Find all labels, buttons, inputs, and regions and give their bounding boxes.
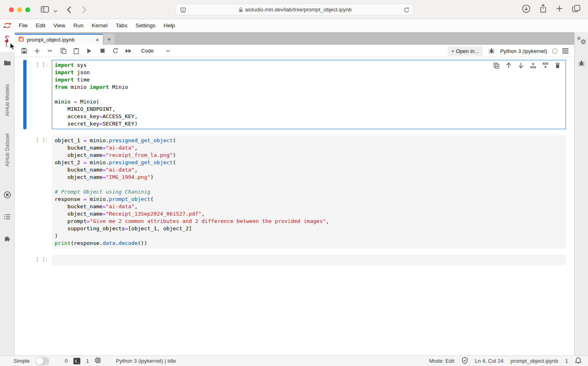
- close-window-button[interactable]: [9, 7, 14, 12]
- trust-shield-icon[interactable]: [462, 357, 468, 365]
- aistudio-logo: [0, 19, 15, 32]
- share-icon[interactable]: [539, 4, 547, 13]
- cursor-position-text[interactable]: Ln 4, Col 24: [475, 358, 504, 364]
- cell-collapser[interactable]: [23, 255, 27, 265]
- menu-edit[interactable]: Edit: [32, 19, 49, 32]
- interrupt-kernel-button[interactable]: [99, 47, 106, 55]
- menu-file[interactable]: File: [15, 19, 32, 32]
- sidebar-item-aihub-dataset[interactable]: AIHub Dataset: [0, 124, 15, 175]
- menu-run[interactable]: Run: [69, 19, 88, 32]
- debugger-panel-bug-icon[interactable]: [578, 60, 585, 68]
- new-tab-icon[interactable]: [556, 5, 563, 13]
- left-sidebar: AIHub Models AIHub Dataset: [0, 32, 15, 355]
- duplicate-cell-icon[interactable]: [493, 62, 500, 68]
- minimize-window-button[interactable]: [17, 7, 22, 12]
- traffic-lights: [9, 7, 30, 12]
- code-cell-2[interactable]: [ ]: object_1 = minio.presigned_get_obje…: [23, 135, 566, 249]
- address-bar[interactable]: aistudio.min.dev/lab/tree/prompt_object.…: [175, 4, 414, 15]
- move-cell-up-icon[interactable]: [506, 62, 512, 68]
- cell-type-dropdown[interactable]: Code: [141, 48, 170, 54]
- code-cell-1[interactable]: [ ]: import sysimport jsonimport timefro…: [23, 60, 566, 129]
- sidebar-item-aihub-models[interactable]: AIHub Models: [0, 75, 15, 124]
- execution-prompt: [ ]:: [27, 60, 52, 129]
- terminal-icon: $_: [73, 358, 80, 364]
- simple-mode-toggle[interactable]: [35, 357, 49, 365]
- status-bar: Simple 0 $_ 1 Python 3 (ipykernel) | Idl…: [0, 355, 588, 366]
- insert-cell-button[interactable]: [33, 47, 41, 55]
- forward-button[interactable]: [82, 6, 86, 13]
- insert-cell-below-icon[interactable]: [542, 62, 548, 68]
- right-sidebar: ⚙⚙: [574, 32, 588, 355]
- new-launcher-button[interactable]: +: [104, 34, 115, 45]
- statusbar-filename: prompt_object.ipynb: [511, 358, 558, 364]
- kernel-status-text[interactable]: Python 3 (ipykernel) | Idle: [116, 358, 176, 364]
- insert-cell-above-icon[interactable]: [530, 62, 536, 68]
- document-tabbar: prompt_object.ipynb × +: [15, 32, 574, 45]
- kernel-status-indicator: [552, 49, 557, 54]
- terminals-count: 0: [65, 358, 68, 364]
- browser-toolbar: aistudio.min.dev/lab/tree/prompt_object.…: [0, 0, 588, 19]
- aihub-dataset-label: AIHub Dataset: [4, 133, 10, 167]
- notebook-toolbar: ✂ Code: [15, 45, 574, 57]
- sidebar-item-table-of-contents[interactable]: [0, 208, 15, 227]
- back-button[interactable]: [67, 6, 71, 13]
- cell-collapser[interactable]: [23, 60, 27, 129]
- reload-icon[interactable]: [404, 6, 409, 13]
- cell-collapser[interactable]: [23, 135, 27, 249]
- sidebar-chevron-down-icon[interactable]: [53, 7, 57, 15]
- downloads-icon[interactable]: [522, 4, 531, 13]
- sidebar-item-extensions[interactable]: [0, 227, 15, 251]
- open-in-button[interactable]: ▾ Open in...: [448, 46, 483, 56]
- code-editor[interactable]: import sysimport jsonimport timefrom min…: [52, 60, 566, 129]
- menu-tabs[interactable]: Tabs: [112, 19, 132, 32]
- editor-mode-text: Mode: Edit: [429, 358, 454, 364]
- cut-cells-button[interactable]: ✂: [46, 47, 54, 55]
- tab-title: prompt_object.ipynb: [27, 37, 75, 43]
- menu-help[interactable]: Help: [159, 19, 179, 32]
- open-in-label: Open in...: [456, 48, 479, 54]
- aihub-models-label: AIHub Models: [4, 84, 10, 116]
- menu-settings[interactable]: Settings: [131, 19, 159, 32]
- paste-cells-button[interactable]: [73, 47, 80, 55]
- delete-cell-icon[interactable]: [555, 62, 561, 68]
- jupyter-menubar: File Edit View Run Kernel Tabs Settings …: [0, 19, 588, 32]
- url-text: aistudio.min.dev/lab/tree/prompt_object.…: [245, 7, 352, 13]
- simple-mode-label: Simple: [13, 358, 30, 364]
- menu-kernel[interactable]: Kernel: [88, 19, 112, 32]
- code-editor[interactable]: [52, 255, 566, 265]
- caret-down-icon: ▾: [452, 49, 454, 53]
- tab-close-icon[interactable]: ×: [95, 37, 99, 43]
- property-inspector-gears-icon[interactable]: ⚙⚙: [577, 37, 586, 46]
- code-cell-3[interactable]: [ ]:: [23, 255, 566, 265]
- execution-prompt: [ ]:: [27, 135, 52, 249]
- lock-icon: [239, 7, 243, 13]
- tab-overview-icon[interactable]: [572, 4, 581, 13]
- toolbar-overflow-menu-icon[interactable]: [562, 49, 568, 53]
- kernel-name-button[interactable]: Python 3 (ipykernel): [500, 48, 547, 54]
- browser-window: aistudio.min.dev/lab/tree/prompt_object.…: [0, 0, 588, 366]
- cell-toolbar: [493, 62, 561, 68]
- copy-cells-button[interactable]: [60, 47, 67, 55]
- tab-prompt-object-notebook[interactable]: prompt_object.ipynb ×: [15, 34, 103, 45]
- kernels-count: 1: [86, 358, 89, 364]
- cell-type-value: Code: [141, 48, 154, 54]
- menu-view[interactable]: View: [49, 19, 69, 32]
- code-editor[interactable]: object_1 = minio.presigned_get_object( b…: [52, 135, 566, 249]
- sidebar-item-file-browser[interactable]: [0, 52, 15, 75]
- sidebar-toggle-icon[interactable]: [41, 5, 49, 13]
- restart-kernel-button[interactable]: [112, 47, 119, 55]
- run-cell-button[interactable]: [86, 47, 93, 55]
- restart-run-all-button[interactable]: [125, 47, 132, 55]
- folder-icon: [4, 60, 11, 68]
- page-settings-icon[interactable]: [180, 6, 186, 13]
- sidebar-item-running-sessions[interactable]: [0, 183, 15, 208]
- kernel-chip-icon: [95, 357, 101, 365]
- puzzle-icon: [4, 235, 11, 244]
- bell-icon[interactable]: [575, 357, 581, 365]
- zoom-window-button[interactable]: [25, 7, 30, 12]
- save-button[interactable]: [20, 47, 28, 55]
- notifications-count: 1: [565, 358, 568, 364]
- main-area: prompt_object.ipynb × + ✂: [15, 32, 574, 355]
- debugger-bug-icon[interactable]: [488, 47, 495, 55]
- move-cell-down-icon[interactable]: [518, 62, 524, 68]
